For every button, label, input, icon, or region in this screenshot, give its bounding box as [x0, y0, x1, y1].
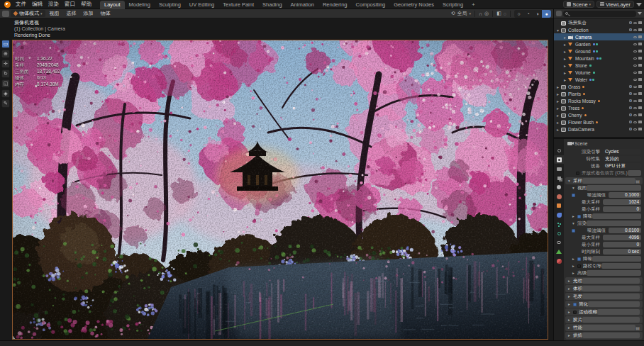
properties-row[interactable]: 噪波阈值 0.0100 ▤: [564, 227, 644, 234]
row-value-field[interactable]: 4096: [603, 235, 641, 240]
row-checkbox[interactable]: [577, 264, 581, 268]
section-arrow[interactable]: ▸: [568, 310, 573, 314]
workspace-tab[interactable]: +: [467, 1, 479, 9]
properties-tab[interactable]: [554, 174, 564, 182]
section-arrow[interactable]: ▸: [568, 294, 573, 298]
mode-selector[interactable]: 物体模式 ▾: [11, 10, 45, 17]
properties-row[interactable]: ▾ 采样 ▤: [565, 177, 643, 184]
section-arrow[interactable]: ▸: [572, 271, 577, 275]
workspace-tab[interactable]: Geometry Nodes: [389, 1, 438, 9]
section-arrow[interactable]: ▸: [568, 333, 573, 337]
row-value-field[interactable]: [582, 278, 640, 284]
section-arrow[interactable]: ▸: [568, 286, 573, 291]
shading-mode-button[interactable]: ◔: [523, 10, 533, 18]
visibility-eye-icon[interactable]: [633, 65, 637, 67]
tool-button[interactable]: ⊕: [1, 50, 10, 58]
exclude-checkbox[interactable]: [629, 92, 632, 95]
row-value-field[interactable]: 0: [603, 242, 641, 247]
properties-row[interactable]: ▸ 胶片 ▤: [565, 316, 643, 323]
outliner-row[interactable]: ▸ Trees: [554, 104, 644, 111]
row-value-field[interactable]: [587, 270, 641, 276]
visibility-eye-icon[interactable]: [633, 50, 637, 52]
row-value-field[interactable]: 0: [603, 206, 641, 212]
row-value-field[interactable]: 支持的: [603, 156, 641, 162]
row-checkbox[interactable]: [577, 257, 581, 261]
outliner-filter-icon[interactable]: [638, 12, 642, 15]
shading-mode-button[interactable]: ○: [514, 10, 523, 18]
section-arrow[interactable]: ▸: [568, 302, 573, 306]
exclude-checkbox[interactable]: [629, 21, 632, 24]
properties-row[interactable]: ▾ 视图 ▤: [564, 184, 644, 191]
outliner-row[interactable]: ▸ Rocks Mossy: [554, 97, 644, 104]
workspace-tab[interactable]: Rendering: [318, 1, 352, 9]
properties-row[interactable]: 最大采样 1024 ▤: [564, 199, 644, 206]
properties-row[interactable]: ▸ 毛发 ▤: [565, 293, 643, 300]
viewport-canvas[interactable]: 摄像机透视 (1) Collection | Camera Rendering …: [0, 18, 553, 340]
exclude-checkbox[interactable]: [629, 85, 632, 88]
row-value-field[interactable]: [587, 221, 641, 226]
outliner-row[interactable]: ▸ Volume: [554, 69, 644, 76]
topbar-menu[interactable]: 编辑: [29, 1, 45, 8]
row-value-field[interactable]: [592, 256, 641, 262]
outliner-row[interactable]: ▸ Water: [554, 76, 644, 83]
render-camera-icon[interactable]: [638, 128, 642, 130]
row-value-field[interactable]: [582, 325, 635, 330]
visibility-eye-icon[interactable]: [633, 114, 637, 116]
properties-row[interactable]: 设备 GPU 计算 ▤: [564, 162, 644, 169]
workspace-tab[interactable]: Compositing: [352, 1, 390, 9]
properties-row[interactable]: ▾ 渲染 ▤: [564, 220, 644, 227]
row-checkbox[interactable]: [576, 172, 579, 175]
outliner-editor-icon[interactable]: [556, 11, 562, 16]
row-value-field[interactable]: [582, 317, 640, 323]
section-arrow[interactable]: ▸: [572, 264, 577, 268]
properties-tab[interactable]: [554, 146, 564, 155]
row-value-field[interactable]: GPU 计算: [603, 163, 641, 169]
row-checkbox[interactable]: [572, 194, 575, 197]
tool-button[interactable]: ◱: [1, 79, 10, 88]
row-value-field[interactable]: [582, 333, 640, 338]
row-value-field[interactable]: [592, 213, 641, 219]
blender-logo-icon[interactable]: [4, 1, 11, 8]
section-arrow[interactable]: ▾: [572, 221, 577, 225]
render-camera-icon[interactable]: [638, 92, 642, 95]
outliner-row[interactable]: ▸ Cherry: [554, 111, 644, 118]
properties-row[interactable]: 最大采样 4096 ▤: [564, 234, 644, 241]
section-arrow[interactable]: ▸: [568, 325, 573, 330]
viewport-menu[interactable]: 选择: [64, 10, 79, 17]
visibility-eye-icon[interactable]: [633, 36, 637, 38]
row-value-field[interactable]: [597, 309, 640, 315]
render-camera-icon[interactable]: [638, 106, 642, 109]
render-camera-icon[interactable]: [638, 57, 642, 60]
visibility-eye-icon[interactable]: [633, 57, 637, 60]
properties-tab[interactable]: [554, 164, 564, 173]
properties-tab[interactable]: [554, 247, 564, 256]
workspace-tab[interactable]: Scripting: [438, 1, 467, 9]
properties-row[interactable]: ▸ 路径引导 ▤: [564, 262, 644, 269]
row-value-field[interactable]: 0 sec: [603, 249, 641, 255]
properties-row[interactable]: ▸ 降噪 ▤: [564, 213, 644, 220]
render-camera-icon[interactable]: [638, 99, 642, 102]
row-value-field[interactable]: [588, 301, 640, 307]
outliner-row[interactable]: ▸ Flower Bush: [554, 118, 644, 125]
render-camera-icon[interactable]: [638, 64, 642, 67]
render-camera-icon[interactable]: [638, 28, 642, 31]
topbar-menu[interactable]: 帮助: [78, 1, 94, 8]
render-camera-icon[interactable]: [638, 35, 642, 38]
render-camera-icon[interactable]: [638, 43, 642, 45]
row-value-field[interactable]: [582, 178, 635, 184]
properties-row[interactable]: 开放式着色语言 (OSL) ▤: [564, 169, 644, 177]
scene-selector[interactable]: Scene ▾: [563, 1, 594, 8]
row-value-field[interactable]: [582, 286, 640, 291]
properties-row[interactable]: ▸ 性能 ▤: [565, 324, 643, 331]
properties-row[interactable]: ▸ 高级 ▤: [564, 269, 644, 277]
properties-tab[interactable]: [554, 201, 564, 210]
section-arrow[interactable]: ▾: [568, 179, 573, 183]
filter-icon[interactable]: [636, 3, 642, 6]
row-value-field[interactable]: [628, 170, 641, 176]
row-value-field[interactable]: [587, 185, 641, 191]
row-value-field[interactable]: 1024: [603, 199, 641, 205]
preset-icon[interactable]: ▤: [635, 325, 640, 330]
properties-row[interactable]: ▸ 运动模糊 ▤: [565, 308, 643, 316]
topbar-menu[interactable]: 文件: [13, 1, 29, 8]
row-value-field[interactable]: Cycles: [603, 149, 641, 155]
